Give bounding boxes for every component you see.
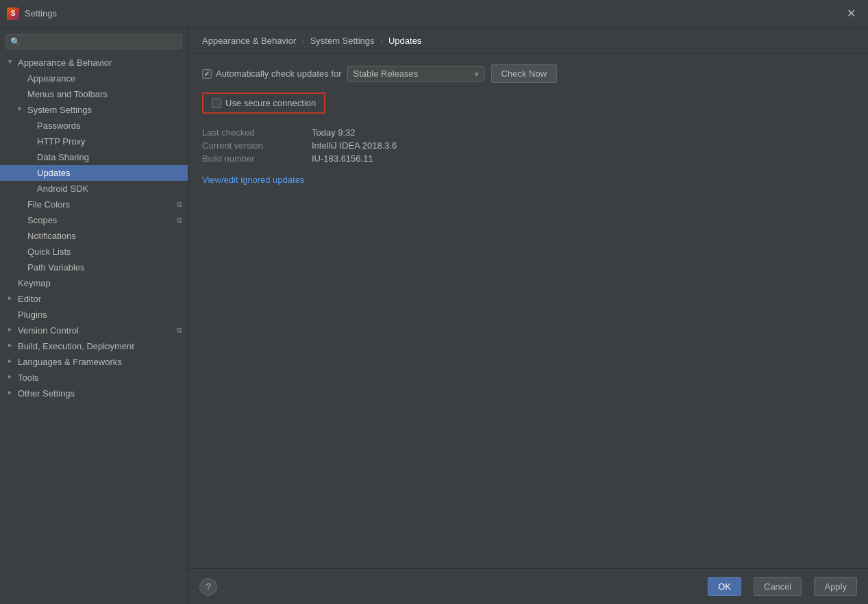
bottom-left: ? — [199, 578, 217, 596]
breadcrumb-sep1: › — [301, 36, 304, 46]
sidebar-item-appearance-behavior[interactable]: Appearance & Behavior — [0, 55, 188, 71]
secure-connection-box: Use secure connection — [202, 92, 325, 114]
auto-check-text: Automatically check updates for — [216, 68, 342, 79]
auto-check-row: Automatically check updates for Stable R… — [202, 64, 854, 83]
ok-button[interactable]: OK — [708, 577, 741, 596]
dropdown-container: Stable Releases EAP Releases Beta/EAP Re… — [347, 66, 484, 81]
sidebar-item-label: Editor — [18, 294, 41, 304]
sidebar-item-updates[interactable]: Updates — [0, 165, 188, 181]
close-button[interactable]: ✕ — [841, 4, 861, 23]
sidebar-item-notifications[interactable]: Notifications — [0, 228, 188, 244]
sidebar-item-plugins[interactable]: Plugins — [0, 307, 188, 323]
cancel-button[interactable]: Cancel — [754, 577, 802, 596]
title-bar: S Settings ✕ — [0, 0, 868, 27]
sidebar-item-label: Other Settings — [18, 388, 75, 399]
sidebar-item-label: HTTP Proxy — [37, 136, 86, 147]
sidebar-item-quick-lists[interactable]: Quick Lists — [0, 244, 188, 260]
sidebar-item-languages-frameworks[interactable]: Languages & Frameworks — [0, 354, 188, 370]
arrow-icon — [7, 58, 16, 68]
sidebar-item-system-settings[interactable]: System Settings — [0, 102, 188, 118]
help-button[interactable]: ? — [199, 578, 217, 596]
apply-button[interactable]: Apply — [814, 577, 857, 596]
bottom-bar: ? OK Cancel Apply — [188, 568, 868, 604]
sidebar-item-label: Languages & Frameworks — [18, 357, 122, 367]
app-icon: S — [7, 8, 19, 20]
sidebar-item-label: Notifications — [27, 231, 76, 241]
sidebar-item-label: Data Sharing — [37, 152, 89, 162]
sidebar-item-keymap[interactable]: Keymap — [0, 275, 188, 291]
use-secure-text: Use secure connection — [225, 98, 316, 108]
sidebar-item-label: Keymap — [18, 278, 51, 288]
sidebar-item-label: System Settings — [27, 105, 92, 115]
sidebar-item-editor[interactable]: Editor — [0, 291, 188, 307]
search-box[interactable]: 🔍 — [5, 34, 182, 49]
sidebar-item-label: Path Variables — [27, 262, 85, 273]
sidebar-item-other-settings[interactable]: Other Settings — [0, 386, 188, 401]
sidebar-item-label: Scopes — [27, 215, 57, 225]
current-version-label: Current version — [202, 140, 312, 151]
content-area: Appearance & Behavior › System Settings … — [188, 27, 868, 604]
sidebar-item-label: Appearance & Behavior — [18, 58, 112, 68]
breadcrumb-part2: System Settings — [310, 36, 375, 46]
search-icon: 🔍 — [10, 37, 21, 47]
search-input[interactable] — [23, 37, 177, 47]
view-ignored-link[interactable]: View/edit ignored updates — [202, 175, 304, 185]
sidebar-item-android-sdk[interactable]: Android SDK — [0, 181, 188, 197]
sidebar-item-scopes[interactable]: Scopes ⧉ — [0, 212, 188, 228]
sidebar-item-menus-toolbars[interactable]: Menus and Toolbars — [0, 86, 188, 102]
dropdown-wrapper: Stable Releases EAP Releases Beta/EAP Re… — [347, 66, 484, 81]
sidebar-item-tools[interactable]: Tools — [0, 370, 188, 386]
main-layout: 🔍 Appearance & Behavior Appearance Menus… — [0, 27, 868, 604]
sidebar-item-version-control[interactable]: Version Control ⧉ — [0, 323, 188, 338]
arrow-icon — [7, 342, 16, 351]
last-checked-row: Last checked Today 9:32 — [202, 127, 854, 138]
sidebar-item-label: File Colors — [27, 199, 70, 210]
breadcrumb: Appearance & Behavior › System Settings … — [188, 27, 868, 53]
current-version-value: IntelliJ IDEA 2018.3.6 — [312, 140, 397, 151]
build-number-row: Build number IU-183.6156.11 — [202, 153, 854, 164]
last-checked-label: Last checked — [202, 127, 312, 138]
arrow-icon — [7, 373, 16, 383]
stable-releases-dropdown[interactable]: Stable Releases EAP Releases Beta/EAP Re… — [347, 66, 484, 81]
bottom-right: OK Cancel Apply — [701, 577, 857, 596]
sidebar: 🔍 Appearance & Behavior Appearance Menus… — [0, 27, 188, 604]
sidebar-item-label: Quick Lists — [27, 247, 71, 257]
arrow-icon — [16, 105, 26, 115]
current-version-row: Current version IntelliJ IDEA 2018.3.6 — [202, 140, 854, 151]
use-secure-label[interactable]: Use secure connection — [212, 98, 316, 108]
sidebar-item-label: Menus and Toolbars — [27, 89, 108, 99]
copy-icon: ⧉ — [177, 216, 182, 225]
check-now-button[interactable]: Check Now — [491, 64, 557, 83]
sidebar-item-label: Version Control — [18, 325, 79, 336]
sidebar-item-http-proxy[interactable]: HTTP Proxy — [0, 134, 188, 149]
window-title: Settings — [25, 8, 841, 18]
sidebar-item-label: Plugins — [18, 310, 47, 320]
sidebar-item-data-sharing[interactable]: Data Sharing — [0, 149, 188, 165]
auto-check-checkbox[interactable] — [202, 69, 212, 79]
breadcrumb-part3: Updates — [388, 36, 421, 46]
copy-icon: ⧉ — [177, 200, 182, 209]
use-secure-checkbox[interactable] — [212, 99, 221, 108]
arrow-icon — [7, 294, 16, 304]
sidebar-item-label: Appearance — [27, 73, 75, 84]
copy-icon: ⧉ — [177, 326, 182, 335]
sidebar-item-label: Tools — [18, 373, 38, 383]
sidebar-item-appearance[interactable]: Appearance — [0, 71, 188, 86]
sidebar-item-file-colors[interactable]: File Colors ⧉ — [0, 197, 188, 212]
arrow-icon — [7, 326, 16, 336]
sidebar-item-build-execution[interactable]: Build, Execution, Deployment — [0, 338, 188, 354]
arrow-icon — [7, 357, 16, 367]
auto-check-label[interactable]: Automatically check updates for — [202, 68, 342, 79]
breadcrumb-part1: Appearance & Behavior — [202, 36, 296, 46]
info-table: Last checked Today 9:32 Current version … — [202, 127, 854, 164]
build-number-label: Build number — [202, 153, 312, 164]
sidebar-item-label: Updates — [37, 168, 70, 178]
sidebar-item-label: Passwords — [37, 121, 81, 131]
arrow-icon — [7, 389, 16, 399]
sidebar-item-path-variables[interactable]: Path Variables — [0, 260, 188, 275]
last-checked-value: Today 9:32 — [312, 127, 356, 138]
sidebar-item-label: Android SDK — [37, 184, 88, 194]
build-number-value: IU-183.6156.11 — [312, 153, 373, 164]
sidebar-item-label: Build, Execution, Deployment — [18, 341, 134, 351]
sidebar-item-passwords[interactable]: Passwords — [0, 118, 188, 134]
